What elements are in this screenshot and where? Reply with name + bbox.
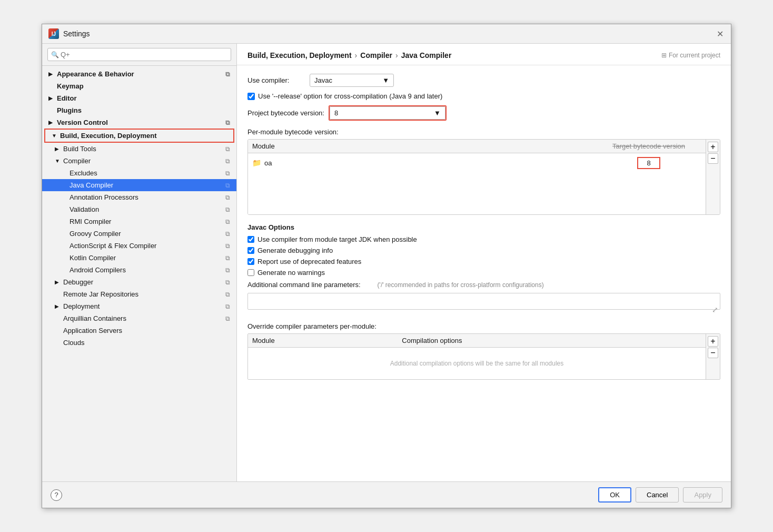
table-header: Module Target bytecode version [248, 140, 706, 153]
copy-icon: ⧉ [225, 291, 230, 298]
bytecode-label: Project bytecode version: [247, 109, 324, 117]
sidebar-item-editor[interactable]: ▶ Editor [42, 92, 236, 104]
override-table-body: Additional compilation options will be t… [248, 348, 706, 379]
sidebar-item-app-servers[interactable]: Application Servers [42, 324, 236, 337]
title-bar-left: IJ Settings [48, 28, 90, 39]
remove-override-button[interactable]: − [708, 348, 718, 358]
use-compiler-option-row: Use compiler from module target JDK when… [247, 235, 720, 243]
debug-checkbox[interactable] [247, 247, 254, 254]
ok-button[interactable]: OK [598, 487, 631, 503]
module-table: Module Target bytecode version 📁 oa 8 [247, 139, 720, 215]
sidebar-item-remote-jar[interactable]: Remote Jar Repositories ⧉ [42, 288, 236, 300]
sidebar-item-label: Clouds [63, 339, 84, 347]
deprecated-label: Report use of deprecated features [257, 258, 361, 265]
apply-button[interactable]: Apply [683, 487, 722, 503]
override-table: Module Compilation options Additional co… [247, 333, 720, 380]
sidebar-item-build-tools[interactable]: ▶ Build Tools ⧉ [42, 143, 236, 155]
col-module-header: Module [252, 142, 596, 150]
sidebar-item-arquillian[interactable]: Arquillian Containers ⧉ [42, 312, 236, 324]
sidebar-item-version-control[interactable]: ▶ Version Control ⧉ [42, 116, 236, 129]
compiler-select[interactable]: Javac ▼ [310, 74, 394, 87]
search-input[interactable] [47, 48, 231, 61]
bytecode-input[interactable]: 8 ▼ [330, 106, 445, 120]
add-override-button[interactable]: + [708, 336, 718, 347]
breadcrumb-sep2: › [395, 51, 398, 60]
version-cell: 8 [596, 157, 701, 169]
sidebar-item-kotlin[interactable]: Kotlin Compiler ⧉ [42, 252, 236, 264]
use-compiler-option-label: Use compiler from module target JDK when… [257, 235, 417, 243]
arrow-icon: ▶ [55, 146, 61, 152]
copy-icon: ⧉ [225, 157, 230, 165]
left-panel: 🔍 ▶ Appearance & Behavior ⧉ Keymap [42, 44, 237, 481]
sidebar-item-android[interactable]: Android Compilers ⧉ [42, 264, 236, 276]
sidebar-item-label: RMI Compiler [70, 218, 111, 225]
sidebar-item-label: Application Servers [63, 327, 122, 334]
deprecated-checkbox[interactable] [247, 258, 254, 265]
title-bar: IJ Settings ✕ [42, 24, 731, 44]
deprecated-option-row: Report use of deprecated features [247, 258, 720, 265]
sidebar-item-label: Annotation Processors [70, 193, 138, 201]
page-header: Build, Execution, Deployment › Compiler … [237, 44, 731, 65]
sidebar-item-actionscript[interactable]: ActionScript & Flex Compiler ⧉ [42, 240, 236, 252]
table-row[interactable]: 📁 oa 8 [248, 153, 706, 172]
add-module-button[interactable]: + [708, 142, 718, 152]
sidebar-item-deployment[interactable]: ▶ Deployment ⧉ [42, 300, 236, 312]
breadcrumb-part1: Build, Execution, Deployment [247, 51, 352, 60]
sidebar-item-label: ActionScript & Flex Compiler [70, 242, 156, 250]
release-checkbox[interactable] [247, 93, 255, 100]
debug-label: Generate debugging info [257, 247, 333, 254]
copy-icon: ⧉ [225, 194, 230, 201]
search-wrap: 🔍 [47, 48, 231, 61]
sidebar-item-label: Kotlin Compiler [70, 254, 116, 262]
no-warnings-option-row: Generate no warnings [247, 269, 720, 277]
sidebar-item-label: Editor [57, 94, 77, 102]
sidebar-item-java-compiler[interactable]: Java Compiler ⧉ [42, 179, 236, 191]
sidebar-item-keymap[interactable]: Keymap [42, 80, 236, 92]
sidebar-item-excludes[interactable]: Excludes ⧉ [42, 167, 236, 179]
sidebar-item-label: Plugins [57, 106, 82, 114]
button-group: OK Cancel Apply [598, 487, 722, 503]
close-button[interactable]: ✕ [715, 29, 725, 38]
use-compiler-checkbox[interactable] [247, 236, 254, 243]
copy-icon: ⧉ [225, 242, 230, 250]
project-icon: ⊞ [661, 52, 667, 59]
remove-module-button[interactable]: − [708, 153, 718, 164]
arrow-icon: ▶ [48, 120, 55, 125]
sidebar-item-groovy[interactable]: Groovy Compiler ⧉ [42, 228, 236, 240]
no-warnings-label: Generate no warnings [257, 269, 325, 277]
main-content: 🔍 ▶ Appearance & Behavior ⧉ Keymap [42, 44, 731, 481]
sidebar-item-label: Remote Jar Repositories [63, 290, 138, 298]
module-name: oa [264, 159, 272, 167]
sidebar-item-clouds[interactable]: Clouds [42, 337, 236, 349]
sidebar-item-validation[interactable]: Validation ⧉ [42, 203, 236, 215]
arrow-icon: ▶ [55, 303, 61, 309]
override-table-actions: + − [706, 334, 720, 379]
sidebar-item-label: Excludes [70, 169, 97, 177]
sidebar-item-label: Appearance & Behavior [57, 70, 134, 78]
sidebar-item-plugins[interactable]: Plugins [42, 104, 236, 116]
sidebar-item-annotation[interactable]: Annotation Processors ⧉ [42, 191, 236, 203]
copy-icon: ⧉ [225, 170, 230, 177]
folder-icon: 📁 [252, 159, 261, 167]
sidebar-item-compiler[interactable]: ▼ Compiler ⧉ [42, 155, 236, 167]
cancel-button[interactable]: Cancel [636, 487, 679, 503]
copy-icon: ⧉ [225, 182, 230, 189]
sidebar-item-appearance[interactable]: ▶ Appearance & Behavior ⧉ [42, 68, 236, 80]
sidebar-item-label: Groovy Compiler [70, 230, 121, 238]
search-icon: 🔍 [51, 51, 59, 58]
sidebar-item-label: Keymap [57, 82, 84, 90]
help-button[interactable]: ? [51, 489, 62, 501]
sidebar-item-rmi[interactable]: RMI Compiler ⧉ [42, 215, 236, 228]
override-table-header: Module Compilation options [248, 334, 706, 348]
sidebar-item-label: Build Tools [63, 145, 96, 153]
dialog-title: Settings [63, 29, 90, 38]
bytecode-row: Project bytecode version: 8 ▼ [247, 105, 720, 121]
cmd-params-input[interactable] [247, 293, 720, 310]
bottom-bar: ? OK Cancel Apply [42, 481, 731, 508]
sidebar-item-debugger[interactable]: ▶ Debugger ⧉ [42, 276, 236, 288]
sidebar-item-build-execution[interactable]: ▼ Build, Execution, Deployment [44, 129, 234, 143]
sidebar-item-label: Debugger [63, 278, 93, 286]
copy-icon: ⧉ [225, 218, 230, 225]
no-warnings-checkbox[interactable] [247, 269, 254, 276]
copy-icon: ⧉ [225, 119, 230, 126]
